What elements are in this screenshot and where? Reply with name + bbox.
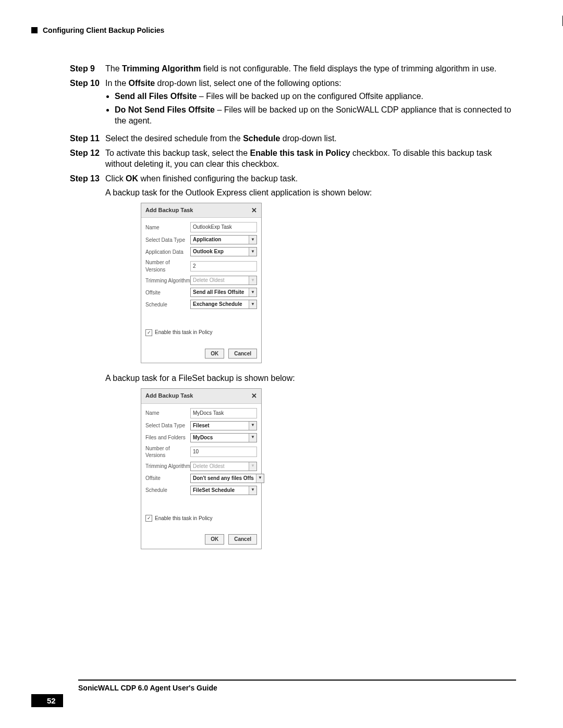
app-data-select[interactable]: Outlook Exp ▼ bbox=[190, 247, 257, 256]
square-bullet-icon bbox=[31, 27, 38, 33]
chevron-down-icon: ▼ bbox=[256, 474, 264, 483]
app-data-label: Application Data bbox=[145, 249, 190, 256]
step-12-label: Step 12 bbox=[70, 147, 105, 170]
step-13-body: Click OK when finished configuring the b… bbox=[105, 173, 516, 184]
schedule-label: Schedule bbox=[145, 487, 190, 494]
caption-1: A backup task for the Outlook Express cl… bbox=[105, 187, 516, 199]
chevron-down-icon: ▼ bbox=[249, 236, 256, 244]
footer-line: SonicWALL CDP 6.0 Agent User's Guide bbox=[78, 680, 516, 692]
trim-select: Delete Oldest ▼ bbox=[190, 276, 257, 285]
ok-button[interactable]: OK bbox=[205, 349, 224, 359]
files-folders-select[interactable]: MyDocs ▼ bbox=[190, 433, 257, 442]
schedule-label: Schedule bbox=[145, 301, 190, 309]
chevron-down-icon: ▼ bbox=[249, 276, 256, 285]
bullet-do-not-send: Do Not Send Files Offsite – Files will b… bbox=[115, 104, 516, 127]
chevron-down-icon: ▼ bbox=[249, 422, 256, 430]
name-label: Name bbox=[145, 224, 190, 231]
chevron-down-icon: ▼ bbox=[249, 434, 256, 442]
offsite-select[interactable]: Don't send any files Offs ▼ bbox=[190, 474, 264, 483]
chevron-down-icon: ▼ bbox=[249, 462, 256, 471]
step-13-label: Step 13 bbox=[70, 173, 105, 184]
section-title: Configuring Client Backup Policies bbox=[43, 26, 164, 34]
step-10-body: In the Offsite drop-down list, select on… bbox=[105, 78, 516, 130]
step-9: Step 9 The Trimming Algorithm field is n… bbox=[70, 63, 516, 75]
offsite-label: Offsite bbox=[145, 475, 190, 482]
data-type-select[interactable]: Application ▼ bbox=[190, 235, 257, 244]
enable-checkbox[interactable]: ✓ bbox=[145, 515, 152, 522]
versions-label: Number of Versions bbox=[145, 259, 190, 273]
dialog-1-body: Name OutlookExp Task Select Data Type Ap… bbox=[141, 218, 261, 349]
bullet-send-all: Send all Files Offsite – Files will be b… bbox=[115, 91, 516, 102]
footer-guide-title: SonicWALL CDP 6.0 Agent User's Guide bbox=[78, 681, 217, 692]
name-input[interactable]: OutlookExp Task bbox=[190, 222, 257, 232]
chevron-down-icon: ▼ bbox=[249, 300, 256, 309]
section-header: Configuring Client Backup Policies bbox=[31, 26, 516, 34]
caption-2: A backup task for a FileSet backup is sh… bbox=[105, 373, 516, 384]
dialog-2-title: Add Backup Task bbox=[145, 392, 193, 400]
name-input[interactable]: MyDocs Task bbox=[190, 408, 257, 418]
trim-label: Trimming Algorithm bbox=[145, 277, 190, 285]
enable-row: ✓ Enable this task in Policy bbox=[145, 515, 257, 522]
chevron-down-icon: ▼ bbox=[249, 486, 256, 495]
enable-label: Enable this task in Policy bbox=[155, 515, 213, 522]
trim-select: Delete Oldest ▼ bbox=[190, 462, 257, 471]
enable-checkbox[interactable]: ✓ bbox=[145, 329, 152, 336]
page-number: 52 bbox=[31, 694, 63, 707]
versions-label: Number of Versions bbox=[145, 445, 190, 459]
page: Configuring Client Backup Policies Step … bbox=[0, 0, 563, 728]
step-11: Step 11 Select the desired schedule from… bbox=[70, 133, 516, 144]
step-10-bullets: Send all Files Offsite – Files will be b… bbox=[105, 91, 516, 127]
dialog-2-title-bar: Add Backup Task ✕ bbox=[141, 389, 261, 404]
add-backup-task-dialog-1: Add Backup Task ✕ Name OutlookExp Task S… bbox=[141, 203, 262, 364]
cancel-button[interactable]: Cancel bbox=[228, 349, 257, 359]
data-type-select[interactable]: Fileset ▼ bbox=[190, 421, 257, 430]
offsite-select[interactable]: Send all Files Offsite ▼ bbox=[190, 288, 257, 297]
step-12: Step 12 To activate this backup task, se… bbox=[70, 147, 516, 170]
ok-button[interactable]: OK bbox=[205, 534, 224, 545]
data-type-label: Select Data Type bbox=[145, 237, 190, 244]
offsite-label: Offsite bbox=[145, 289, 190, 297]
dialog-2-body: Name MyDocs Task Select Data Type Filese… bbox=[141, 404, 261, 535]
chevron-down-icon: ▼ bbox=[249, 248, 256, 256]
dialog-1-buttons: OK Cancel bbox=[141, 349, 261, 363]
versions-input[interactable]: 10 bbox=[190, 447, 257, 457]
step-13: Step 13 Click OK when finished configuri… bbox=[70, 173, 516, 184]
versions-input[interactable]: 2 bbox=[190, 261, 257, 272]
step-9-label: Step 9 bbox=[70, 63, 105, 75]
trim-label: Trimming Algorithm bbox=[145, 463, 190, 470]
step-11-body: Select the desired schedule from the Sch… bbox=[105, 133, 516, 144]
name-label: Name bbox=[145, 410, 190, 417]
dialog-1-title: Add Backup Task bbox=[145, 206, 193, 214]
steps-block: Step 9 The Trimming Algorithm field is n… bbox=[70, 63, 516, 549]
dialog-1-title-bar: Add Backup Task ✕ bbox=[141, 203, 261, 218]
close-icon[interactable]: ✕ bbox=[251, 391, 257, 401]
data-type-label: Select Data Type bbox=[145, 422, 190, 429]
close-icon[interactable]: ✕ bbox=[251, 206, 257, 215]
enable-label: Enable this task in Policy bbox=[155, 329, 213, 336]
step-10: Step 10 In the Offsite drop-down list, s… bbox=[70, 78, 516, 130]
schedule-select[interactable]: Exchange Schedule ▼ bbox=[190, 300, 257, 309]
add-backup-task-dialog-2: Add Backup Task ✕ Name MyDocs Task Selec… bbox=[141, 388, 262, 549]
chevron-down-icon: ▼ bbox=[249, 288, 256, 297]
schedule-select[interactable]: FileSet Schedule ▼ bbox=[190, 486, 257, 495]
dialog-2-buttons: OK Cancel bbox=[141, 534, 261, 549]
cancel-button[interactable]: Cancel bbox=[228, 534, 257, 545]
step-10-label: Step 10 bbox=[70, 78, 105, 130]
page-footer: SonicWALL CDP 6.0 Agent User's Guide 52 bbox=[31, 680, 516, 707]
files-folders-label: Files and Folders bbox=[145, 434, 190, 441]
step-9-body: The Trimming Algorithm field is not conf… bbox=[105, 63, 516, 75]
step-12-body: To activate this backup task, select the… bbox=[105, 147, 516, 170]
step-11-label: Step 11 bbox=[70, 133, 105, 144]
enable-row: ✓ Enable this task in Policy bbox=[145, 329, 257, 336]
